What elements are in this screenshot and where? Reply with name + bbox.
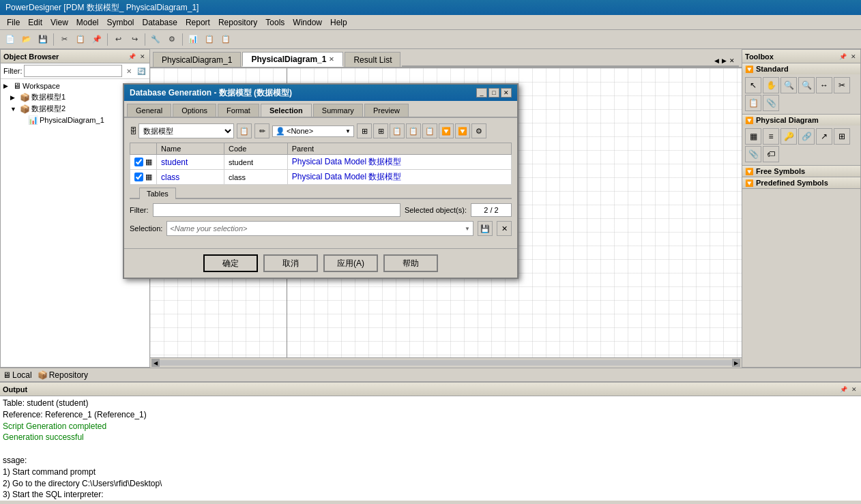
selection-save-btn[interactable]: 💾 [478,221,493,236]
menu-window[interactable]: Window [289,16,326,29]
toolbox-fk[interactable]: 🔗 [798,128,815,145]
tab-diagram1[interactable]: PhysicalDiagram_1 [153,52,241,67]
action-btn7[interactable]: 🔽 [455,123,470,138]
toolbar-btn1[interactable]: 🔧 [148,32,163,47]
menu-repository[interactable]: Repository [214,16,261,29]
toolbar-copy[interactable]: 📋 [73,32,88,47]
toolbar-btn2[interactable]: ⚙ [164,32,179,47]
toolbox-table[interactable]: ▦ [745,128,761,145]
toolbar-btn4[interactable]: 📋 [202,32,217,47]
toolbar-undo[interactable]: ↩ [111,32,126,47]
edit-btn[interactable]: ✏ [254,123,269,138]
status-repository[interactable]: 📦 Repository [38,370,88,380]
toolbox-view[interactable]: ≡ [763,128,779,145]
scroll-left-btn[interactable]: ◀ [151,359,160,367]
menu-database[interactable]: Database [138,16,181,29]
menu-report[interactable]: Report [181,16,214,29]
row2-checkbox[interactable] [134,173,143,181]
tab-diagram2[interactable]: PhysicalDiagram_1 ✕ [242,52,343,67]
h-scroll-track[interactable] [160,360,732,366]
toolbox-key[interactable]: 🔑 [780,128,797,145]
toolbar-new[interactable]: 📄 [3,32,18,47]
toolbox-physical-header[interactable]: 🔽 Physical Diagram [742,115,860,125]
add-btn[interactable]: 📋 [237,123,252,138]
panel-close[interactable]: ✕ [138,53,147,61]
toolbar-btn3[interactable]: 📊 [186,32,201,47]
action-btn3[interactable]: 📋 [390,123,405,138]
filter-clear-btn[interactable]: ✕ [123,65,134,77]
menu-view[interactable]: View [46,16,72,29]
tables-tab[interactable]: Tables [139,188,176,199]
toolbox-paste2[interactable]: 📎 [763,95,779,111]
toolbox-copy2[interactable]: 📋 [745,95,761,111]
toolbar-save[interactable]: 💾 [35,32,50,47]
dialog-tab-format[interactable]: Format [218,104,259,117]
output-close[interactable]: ✕ [850,385,858,394]
tabs-close-all[interactable]: ✕ [728,56,736,65]
toolbox-attach[interactable]: 📎 [745,146,761,162]
toolbox-hand[interactable]: ✋ [763,77,779,93]
filter-refresh-btn[interactable]: 🔄 [136,65,147,77]
row1-checkbox[interactable] [134,158,143,166]
ok-button[interactable]: 确定 [203,254,258,272]
dialog-tab-preview[interactable]: Preview [364,104,409,117]
menu-help[interactable]: Help [326,16,351,29]
toolbox-standard-header[interactable]: 🔽 Standard [742,63,860,74]
row2-parent-link[interactable]: Physical Data Model 数据模型 [292,172,402,181]
dialog-tab-summary[interactable]: Summary [313,104,363,117]
panel-pin[interactable]: 📌 [127,53,137,61]
menu-symbol[interactable]: Symbol [103,16,138,29]
toolbox-zoom-out[interactable]: 🔍 [798,77,815,93]
row1-parent-link[interactable]: Physical Data Model 数据模型 [292,157,402,166]
toolbar-cut[interactable]: ✂ [57,32,72,47]
filter-text-input[interactable] [153,203,400,217]
toolbox-close[interactable]: ✕ [849,53,858,61]
toolbox-predefined-header[interactable]: 🔽 Predefined Symbols [742,177,860,188]
toolbox-label[interactable]: 🏷 [763,146,779,162]
status-local[interactable]: 🖥 Local [3,370,32,380]
toolbox-free-header[interactable]: 🔽 Free Symbols [742,166,860,177]
dialog-tab-general[interactable]: General [127,104,171,117]
toolbox-grid[interactable]: ⊞ [834,128,850,145]
tabs-nav-left[interactable]: ◀ [713,56,720,65]
action-btn1[interactable]: ⊞ [357,123,372,138]
toolbox-arrow[interactable]: ↗ [816,128,832,145]
dialog-tab-options[interactable]: Options [173,104,216,117]
menu-edit[interactable]: Edit [24,16,46,29]
toolbar-paste[interactable]: 📌 [89,32,104,47]
tab-diagram2-close[interactable]: ✕ [329,56,334,63]
dialog-minimize[interactable]: _ [476,88,487,98]
model-select[interactable]: 数据模型 [138,123,234,138]
action-btn5[interactable]: 📋 [422,123,437,138]
help-button[interactable]: 帮助 [383,254,438,272]
apply-button[interactable]: 应用(A) [323,254,378,272]
toolbox-zoom-in[interactable]: 🔍 [780,77,797,93]
action-btn8[interactable]: ⚙ [471,123,486,138]
row2-name-link[interactable]: class [161,173,179,182]
action-btn6[interactable]: 🔽 [439,123,454,138]
row1-name-link[interactable]: student [161,158,188,167]
cancel-button[interactable]: 取消 [263,254,318,272]
menu-model[interactable]: Model [72,16,103,29]
toolbar-redo[interactable]: ↪ [127,32,142,47]
dialog-tab-selection[interactable]: Selection [261,104,312,117]
toolbox-pin[interactable]: 📌 [838,53,848,61]
toolbox-link[interactable]: ↔ [816,77,832,93]
toolbar-open[interactable]: 📂 [19,32,34,47]
dialog-maximize[interactable]: □ [488,88,499,98]
dialog-close[interactable]: ✕ [501,88,512,98]
menu-tools[interactable]: Tools [261,16,289,29]
h-scrollbar[interactable]: ◀ ▶ [150,357,742,368]
tab-result-list[interactable]: Result List [345,52,400,67]
filter-input[interactable] [24,65,122,77]
filter-dropdown[interactable]: 👤 <None> ▼ [272,125,354,137]
toolbar-btn5[interactable]: 📋 [218,32,233,47]
toolbox-cut[interactable]: ✂ [834,77,850,93]
output-pin[interactable]: 📌 [838,385,849,394]
selection-clear-btn[interactable]: ✕ [497,221,512,236]
action-btn4[interactable]: 📋 [406,123,421,138]
toolbox-pointer[interactable]: ↖ [745,77,761,93]
scroll-right-btn[interactable]: ▶ [732,359,740,367]
menu-file[interactable]: File [3,16,24,29]
tabs-nav-right[interactable]: ▶ [720,56,728,65]
